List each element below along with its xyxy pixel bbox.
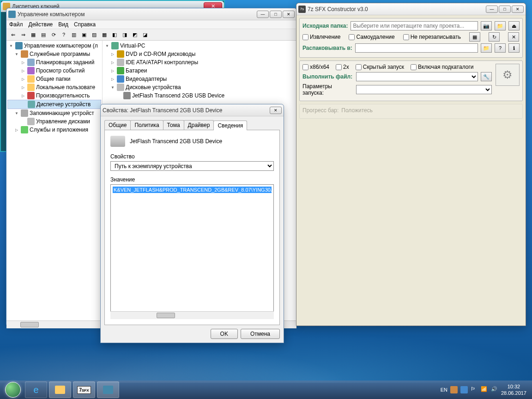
start-button[interactable] — [2, 381, 24, 399]
tab-details[interactable]: Сведения — [213, 121, 247, 130]
expand-icon[interactable]: ▼ — [110, 85, 115, 90]
close-button[interactable]: ✕ — [270, 107, 282, 114]
tb-button[interactable]: ▨ — [90, 30, 99, 39]
hidden-checkbox[interactable]: Скрытый запуск — [356, 64, 404, 70]
expand-icon[interactable]: ▷ — [110, 51, 115, 57]
clock[interactable]: 10:32 28.06.2017 — [501, 383, 526, 397]
tree-item[interactable]: ▷Просмотр событий — [7, 66, 101, 75]
network-icon[interactable]: 📶 — [481, 386, 488, 393]
compmgmt-titlebar[interactable]: Управление компьютером — □ ✕ — [6, 8, 296, 20]
menu-action[interactable]: Действие — [29, 21, 53, 28]
tree-item[interactable]: Управление дисками — [7, 117, 101, 126]
subdirs-checkbox[interactable]: Включая подкаталоги — [411, 64, 474, 70]
open-folder-button[interactable]: 📁 — [495, 21, 506, 30]
icon3-button[interactable]: ✕ — [508, 32, 519, 42]
tb-button[interactable]: ◨ — [120, 30, 129, 39]
expand-icon[interactable] — [20, 119, 26, 124]
expand-icon[interactable]: ▷ — [20, 60, 26, 65]
menu-help[interactable]: Справка — [74, 21, 96, 28]
params-select[interactable] — [356, 85, 492, 94]
tree-item[interactable]: JetFlash Transcend 2GB USB Device — [103, 91, 296, 100]
source-folder-input[interactable] — [351, 21, 478, 30]
forward-button[interactable]: ⇒ — [18, 30, 28, 39]
settings-gear-button[interactable]: ⚙ — [496, 64, 520, 86]
browse-button[interactable]: 📷 — [481, 21, 492, 30]
taskbar-ie[interactable]: e — [25, 381, 47, 398]
expand-icon[interactable]: ▷ — [20, 85, 26, 90]
help-button[interactable]: ? — [59, 30, 68, 39]
taskbar-compmgmt[interactable] — [97, 381, 119, 398]
icon1-button[interactable]: ▦ — [469, 32, 480, 42]
tab-volumes[interactable]: Тома — [163, 120, 184, 130]
tb-button[interactable]: ◧ — [110, 30, 119, 39]
value-listbox[interactable]: K&VEN_JETFLASH&PROD_TRANSCEND_2GB&REV_8.… — [110, 184, 274, 319]
tb-button[interactable]: ▣ — [79, 30, 89, 39]
expand-icon[interactable]: ▷ — [110, 60, 115, 65]
tray-icon[interactable] — [460, 386, 468, 393]
tree-item[interactable]: ▷Производительность — [7, 91, 101, 100]
tool-button[interactable]: 🔧 — [481, 72, 492, 81]
tree-item[interactable]: ▷Общие папки — [7, 75, 101, 83]
tree-item[interactable]: ▷IDE ATA/ATAPI контроллеры — [103, 58, 296, 66]
x86x64-checkbox[interactable]: x86/x64 — [302, 64, 329, 70]
taskbar-sfx[interactable]: 7SFX — [73, 381, 95, 398]
tree-item[interactable]: ▷Планировщик заданий — [7, 58, 101, 66]
property-select[interactable]: Путь к экземпляру устройства — [110, 161, 274, 171]
props-titlebar[interactable]: Свойства: JetFlash Transcend 2GB USB Dev… — [101, 104, 284, 116]
2x-checkbox[interactable]: 2x — [336, 64, 349, 70]
menu-file[interactable]: Файл — [9, 21, 23, 28]
refresh-button[interactable]: ⟳ — [49, 30, 58, 39]
info-button[interactable]: ℹ — [508, 43, 520, 53]
minimize-button[interactable]: — — [257, 11, 269, 18]
tree-item[interactable]: ▼Запоминающие устройст — [7, 109, 101, 117]
language-indicator[interactable]: EN — [441, 387, 447, 393]
expand-icon[interactable]: ▼ — [104, 43, 110, 48]
unpack-input[interactable] — [355, 43, 478, 53]
tree-item[interactable]: ▷Видеоадаптеры — [103, 75, 296, 83]
nooverwrite-checkbox[interactable]: Не перезаписывать — [403, 34, 461, 40]
expand-icon[interactable]: ▷ — [14, 127, 19, 133]
tb-button[interactable]: ▥ — [69, 30, 79, 39]
tree-item[interactable]: ▷Локальные пользовате — [7, 83, 101, 91]
expand-icon[interactable]: ▼ — [14, 51, 19, 57]
tree-item[interactable]: ▼Virtual-PC — [103, 42, 296, 50]
tree-item[interactable]: ▷Службы и приложения — [7, 126, 101, 134]
tree-item[interactable]: ▼Дисковые устройства — [103, 83, 296, 91]
taskbar-explorer[interactable] — [49, 381, 71, 398]
eject-button[interactable]: ⏏ — [508, 21, 520, 30]
tab-policy[interactable]: Политика — [130, 120, 163, 130]
tb-button[interactable]: ◪ — [140, 30, 150, 39]
tray-icon[interactable] — [450, 386, 458, 393]
tree-item[interactable]: ▼Служебные программы — [7, 50, 101, 58]
volume-icon[interactable]: 🔊 — [491, 386, 498, 393]
browse2-button[interactable]: 📁 — [481, 43, 492, 53]
expand-icon[interactable]: ▷ — [20, 68, 26, 73]
tb-button[interactable]: ◩ — [130, 30, 139, 39]
maximize-button[interactable]: □ — [499, 6, 511, 13]
cancel-button[interactable]: Отмена — [241, 329, 280, 339]
value-item[interactable]: K&VEN_JETFLASH&PROD_TRANSCEND_2GB&REV_8.… — [113, 187, 272, 193]
expand-icon[interactable]: ▷ — [110, 68, 115, 73]
maximize-button[interactable]: □ — [270, 11, 282, 18]
tree-item[interactable]: ▷DVD и CD-ROM дисководы — [103, 50, 296, 58]
tree-item[interactable]: ▷Батареи — [103, 66, 296, 75]
action-center-icon[interactable]: 🏳 — [471, 386, 478, 393]
tab-general[interactable]: Общие — [104, 120, 131, 130]
expand-icon[interactable]: ▼ — [14, 110, 19, 116]
exec-file-select[interactable] — [356, 72, 478, 81]
icon2-button[interactable]: ↻ — [489, 32, 500, 42]
sfx-titlebar[interactable]: 7s 7z SFX Constructor v3.0 — □ ✕ — [296, 3, 526, 15]
tb-button[interactable]: ▩ — [100, 30, 109, 39]
extract-checkbox[interactable]: Извлечение — [302, 34, 340, 40]
expand-icon[interactable]: ▼ — [8, 43, 14, 48]
help-icon-button[interactable]: ? — [495, 43, 506, 53]
compmgmt-tree-left[interactable]: ▼Управление компьютером (л▼Служебные про… — [6, 41, 103, 320]
expand-icon[interactable]: ▷ — [20, 93, 26, 98]
value-scrollbar[interactable] — [110, 311, 274, 319]
tree-item[interactable]: ▼Управление компьютером (л — [7, 42, 101, 50]
ok-button[interactable]: OK — [211, 329, 238, 339]
up-button[interactable]: ▦ — [29, 30, 38, 39]
expand-icon[interactable]: ▷ — [110, 76, 115, 82]
expand-icon[interactable]: ▷ — [20, 76, 26, 82]
selfdelete-checkbox[interactable]: Самоудаление — [349, 34, 394, 40]
